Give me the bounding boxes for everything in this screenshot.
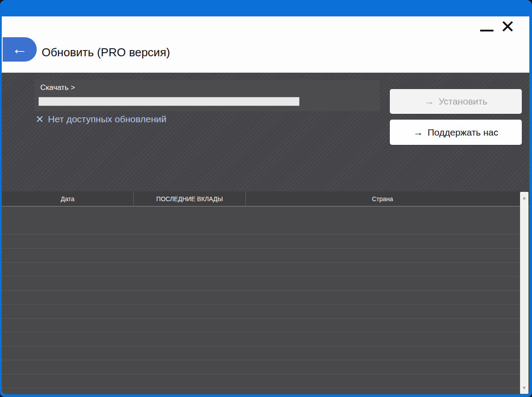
close-button[interactable]: ✕ (498, 17, 517, 36)
page-title: Обновить (PRO версия) (42, 45, 170, 60)
install-button[interactable]: → Установить (390, 89, 522, 114)
no-updates-icon: ✕ (35, 113, 44, 125)
download-panel: Скачать > (35, 80, 380, 111)
table-body (2, 207, 529, 394)
table-scrollbar[interactable]: ▲ ▼ (520, 192, 528, 394)
table-header-row: Дата ПОСЛЕДНИЕ ВКЛАДЫ Страна (2, 191, 529, 206)
updates-table: Дата ПОСЛЕДНИЕ ВКЛАДЫ Страна ▲ ▼ (2, 191, 529, 394)
back-arrow-icon: ← (12, 41, 28, 57)
minimize-icon (480, 30, 493, 31)
window-content: ← Обновить (PRO версия) ✕ Скачать > ✕ Не… (2, 16, 529, 394)
status-text: Нет доступных обновлений (48, 113, 166, 125)
column-header-deposits[interactable]: ПОСЛЕДНИЕ ВКЛАДЫ (134, 191, 246, 206)
support-button-label: Поддержать нас (427, 127, 498, 138)
support-button[interactable]: → Поддержать нас (390, 120, 522, 145)
scroll-down-icon[interactable]: ▼ (522, 385, 527, 390)
app-window: ← Обновить (PRO версия) ✕ Скачать > ✕ Не… (0, 0, 532, 397)
update-status: ✕ Нет доступных обновлений (35, 113, 167, 125)
download-label: Скачать > (40, 83, 75, 92)
column-header-country[interactable]: Страна (246, 191, 519, 206)
app-header: ← Обновить (PRO версия) ✕ (2, 16, 529, 73)
install-button-label: Установить (439, 96, 487, 107)
back-button[interactable]: ← (3, 37, 37, 62)
minimize-button[interactable] (479, 22, 494, 31)
install-arrow-icon: → (424, 96, 434, 107)
scroll-up-icon[interactable]: ▲ (522, 195, 527, 200)
support-arrow-icon: → (413, 127, 423, 138)
download-progress-bar (39, 97, 299, 106)
column-header-date[interactable]: Дата (2, 191, 134, 206)
update-section: Скачать > ✕ Нет доступных обновлений → У… (2, 73, 529, 191)
window-titlebar[interactable] (0, 0, 532, 16)
